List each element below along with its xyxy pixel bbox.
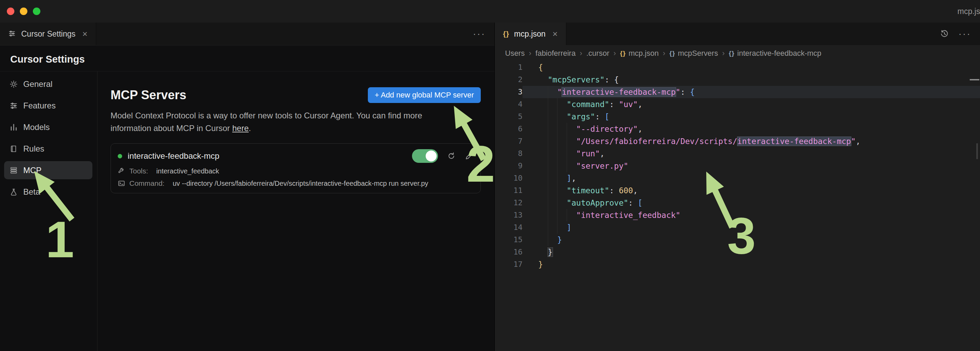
timeline-history-icon[interactable]: [940, 29, 949, 38]
code-text: {: [522, 61, 980, 73]
code-text: "server.py": [522, 160, 980, 172]
refresh-icon[interactable]: [447, 152, 456, 160]
page-title: Cursor Settings: [10, 54, 495, 65]
sidebar-item-beta[interactable]: Beta: [4, 183, 92, 201]
sidebar-item-label: Beta: [23, 187, 40, 197]
breadcrumb-label: interactive-feedback-mcp: [737, 49, 822, 58]
code-line-5[interactable]: 5 "args": [: [495, 111, 980, 123]
breadcrumb-separator: ›: [722, 49, 724, 58]
close-tab-icon[interactable]: ×: [552, 29, 557, 39]
tools-label: Tools:: [129, 167, 148, 175]
line-number: 4: [495, 98, 522, 111]
code-text: ],: [522, 172, 980, 184]
here-link[interactable]: here: [232, 124, 249, 133]
line-number: 8: [495, 148, 522, 160]
code-editor[interactable]: 1{2 "mcpServers": {3 "interactive-feedba…: [495, 61, 980, 351]
line-number: 12: [495, 197, 522, 209]
sidebar-item-mcp[interactable]: MCP: [4, 161, 92, 179]
sidebar-item-label: General: [23, 79, 52, 89]
tools-value: interactive_feedback: [156, 167, 219, 175]
line-number: 1: [495, 61, 522, 73]
code-text: "interactive_feedback": [522, 209, 980, 221]
code-line-1[interactable]: 1{: [495, 61, 980, 73]
left-tab-bar: Cursor Settings × ···: [0, 22, 495, 46]
section-title: MCP Servers: [111, 88, 186, 102]
breadcrumb-item[interactable]: Users: [505, 49, 525, 58]
server-name: interactive-feedback-mcp: [127, 151, 220, 161]
settings-page: Cursor Settings GeneralFeaturesModelsRul…: [0, 46, 495, 351]
code-text: "mcpServers": {: [522, 73, 980, 86]
bars-icon: [10, 123, 18, 131]
code-line-12[interactable]: 12 "autoApprove": [: [495, 197, 980, 209]
line-number: 16: [495, 246, 522, 258]
server-enabled-toggle[interactable]: [412, 149, 438, 163]
sliders-icon: [10, 102, 18, 110]
section-description: Model Context Protocol is a way to offer…: [111, 109, 481, 135]
code-line-3[interactable]: 3 "interactive-feedback-mcp": {: [495, 86, 980, 98]
zoom-button[interactable]: [33, 8, 40, 15]
breadcrumb: Users›fabioferreira›.cursor›{}mcp.json›{…: [495, 46, 980, 61]
more-actions-button[interactable]: ···: [958, 29, 971, 39]
code-text: "timeout": 600,: [522, 184, 980, 197]
code-line-9[interactable]: 9 "server.py": [495, 160, 980, 172]
breadcrumb-separator: ›: [663, 49, 665, 58]
breadcrumb-item[interactable]: .cursor: [587, 49, 609, 58]
code-line-10[interactable]: 10 ],: [495, 172, 980, 184]
edit-pencil-icon[interactable]: [465, 152, 474, 160]
breadcrumb-item[interactable]: {}interactive-feedback-mcp: [729, 49, 822, 58]
more-actions-button[interactable]: ···: [473, 29, 485, 39]
line-number: 9: [495, 160, 522, 172]
add-mcp-server-button[interactable]: + Add new global MCP server: [368, 87, 481, 103]
breadcrumb-separator: ›: [529, 49, 531, 58]
tab-cursor-settings[interactable]: Cursor Settings ×: [0, 22, 96, 45]
object-symbol-icon: {}: [669, 49, 675, 57]
code-line-16[interactable]: 16 }: [495, 246, 980, 258]
code-text: "command": "uv",: [522, 98, 980, 111]
tab-mcp-json[interactable]: {} mcp.json ×: [495, 22, 566, 45]
line-number: 15: [495, 233, 522, 246]
code-text: }: [522, 246, 980, 258]
sidebar-item-label: Features: [23, 101, 56, 111]
sidebar-item-models[interactable]: Models: [4, 118, 92, 136]
toggle-knob: [426, 151, 437, 162]
sidebar-item-label: Rules: [23, 144, 44, 154]
code-line-11[interactable]: 11 "timeout": 600,: [495, 184, 980, 197]
breadcrumb-label: Users: [505, 49, 525, 58]
description-period: .: [249, 124, 251, 133]
code-line-4[interactable]: 4 "command": "uv",: [495, 98, 980, 111]
code-line-13[interactable]: 13 "interactive_feedback": [495, 209, 980, 221]
code-line-8[interactable]: 8 "run",: [495, 148, 980, 160]
code-text: "autoApprove": [: [522, 197, 980, 209]
breadcrumb-item[interactable]: fabioferreira: [536, 49, 576, 58]
close-tab-icon[interactable]: ×: [83, 29, 88, 39]
command-value: uv --directory /Users/fabioferreira/Dev/…: [173, 179, 428, 187]
settings-pane: Cursor Settings × ··· Cursor Settings Ge…: [0, 22, 495, 351]
close-button[interactable]: [7, 8, 14, 15]
code-line-2[interactable]: 2 "mcpServers": {: [495, 73, 980, 86]
code-line-17[interactable]: 17}: [495, 258, 980, 271]
line-number: 14: [495, 221, 522, 233]
breadcrumb-item[interactable]: {}mcpServers: [669, 49, 718, 58]
sidebar-item-general[interactable]: General: [4, 75, 92, 93]
scrollbar-thumb[interactable]: [976, 143, 978, 159]
code-line-15[interactable]: 15 }: [495, 233, 980, 246]
sidebar-item-rules[interactable]: Rules: [4, 140, 92, 158]
sliders-icon: [8, 30, 16, 38]
code-text: "args": [: [522, 111, 980, 123]
line-number: 7: [495, 135, 522, 148]
breadcrumb-item[interactable]: {}mcp.json: [620, 49, 659, 58]
code-line-7[interactable]: 7 "/Users/fabioferreira/Dev/scripts/inte…: [495, 135, 980, 148]
code-line-14[interactable]: 14 ]: [495, 221, 980, 233]
breadcrumb-label: .cursor: [587, 49, 609, 58]
minimap-mark: [970, 79, 979, 80]
terminal-icon: [118, 179, 125, 187]
mcp-server-card: interactive-feedback-mcp: [111, 143, 481, 193]
code-text: "run",: [522, 148, 980, 160]
code-line-6[interactable]: 6 "--directory",: [495, 123, 980, 135]
line-number: 2: [495, 73, 522, 86]
editor-pane: {} mcp.json × ··· Users›fabioferreira›.c…: [495, 22, 980, 351]
minimize-button[interactable]: [20, 8, 27, 15]
sidebar-item-features[interactable]: Features: [4, 97, 92, 114]
settings-main: MCP Servers + Add new global MCP server …: [97, 71, 495, 351]
breadcrumb-separator: ›: [614, 49, 616, 58]
